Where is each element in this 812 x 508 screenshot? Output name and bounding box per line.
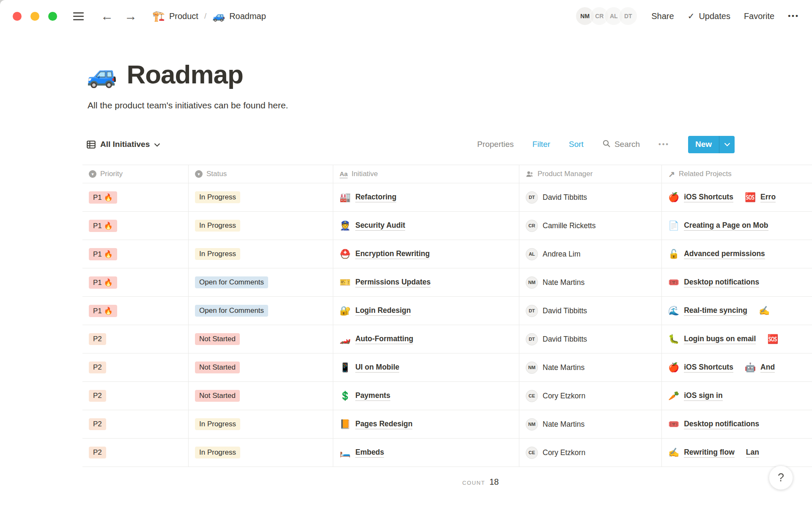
forward-icon[interactable]: → xyxy=(124,10,137,22)
menu-icon[interactable] xyxy=(73,12,84,20)
priority-cell[interactable]: P1 🔥 xyxy=(82,240,188,268)
initiative-cell[interactable]: 🏎️Auto-Formatting xyxy=(333,325,519,353)
initiative-cell[interactable]: 👮Security Audit xyxy=(333,212,519,240)
column-header-status[interactable]: ▾Status xyxy=(188,165,333,183)
initiative-cell[interactable]: 🏭Refactoring xyxy=(333,183,519,211)
priority-cell[interactable]: P2 xyxy=(82,410,188,438)
related-projects-cell[interactable]: 🎟️Desktop notifications xyxy=(661,410,812,438)
related-projects-cell[interactable]: 🔓Advanced permissions xyxy=(661,240,812,268)
page-emoji-icon[interactable]: 🚙 xyxy=(87,62,117,87)
related-projects-cell[interactable]: 🥕iOS sign in xyxy=(661,382,812,410)
column-header-product-manager[interactable]: Product Manager xyxy=(519,165,661,183)
priority-cell[interactable]: P2 xyxy=(82,439,188,467)
initiative-cell[interactable]: 💲Payments xyxy=(333,382,519,410)
initiative-page-link[interactable]: Pages Redesign xyxy=(355,420,412,429)
help-button[interactable]: ? xyxy=(769,466,793,490)
related-projects-cell[interactable]: 🍎iOS Shortcuts🤖And xyxy=(661,353,812,381)
status-cell[interactable]: Open for Comments xyxy=(188,268,333,296)
back-icon[interactable]: ← xyxy=(101,10,113,22)
column-header-priority[interactable]: ▾Priority xyxy=(82,165,188,183)
initiative-page-link[interactable]: Security Audit xyxy=(355,221,405,231)
product-manager-cell[interactable]: CECory Etzkorn xyxy=(519,439,661,467)
related-page-link[interactable]: iOS sign in xyxy=(684,391,722,401)
status-cell[interactable]: Not Started xyxy=(188,353,333,381)
product-manager-cell[interactable]: DTDavid Tibbitts xyxy=(519,325,661,353)
related-projects-cell[interactable]: 🐛Login bugs on email🆘 xyxy=(661,325,812,353)
related-page-link[interactable]: Real-time syncing xyxy=(684,306,747,316)
product-manager-cell[interactable]: NMNate Martins xyxy=(519,268,661,296)
related-projects-cell[interactable]: ✍️Rewriting flowLan xyxy=(661,439,812,467)
status-cell[interactable]: Not Started xyxy=(188,325,333,353)
initiative-cell[interactable]: ⛑️Encryption Rewriting xyxy=(333,240,519,268)
new-button-label[interactable]: New xyxy=(688,136,719,153)
search-button[interactable]: Search xyxy=(602,139,640,150)
related-page-link[interactable]: And xyxy=(760,363,775,373)
initiative-cell[interactable]: 🛏️Embeds xyxy=(333,439,519,467)
zoom-window-button[interactable] xyxy=(48,12,57,21)
related-page-link[interactable]: Rewriting flow xyxy=(684,448,735,458)
product-manager-cell[interactable]: DTDavid Tibbitts xyxy=(519,297,661,325)
initiative-cell[interactable]: 📱UI on Mobile xyxy=(333,353,519,381)
status-cell[interactable]: Open for Comments xyxy=(188,297,333,325)
priority-cell[interactable]: P1 🔥 xyxy=(82,183,188,211)
related-page-link[interactable]: Advanced permissions xyxy=(684,249,765,259)
column-header-related-projects[interactable]: ↗Related Projects xyxy=(661,165,812,183)
breadcrumb-item-roadmap[interactable]: 🚙 Roadmap xyxy=(212,10,266,22)
close-window-button[interactable] xyxy=(13,12,22,21)
new-dropdown-chevron-icon[interactable] xyxy=(719,136,735,153)
initiative-page-link[interactable]: UI on Mobile xyxy=(355,363,399,373)
status-cell[interactable]: In Progress xyxy=(188,240,333,268)
minimize-window-button[interactable] xyxy=(30,12,39,21)
initiative-cell[interactable]: 🎫Permissions Updates xyxy=(333,268,519,296)
related-page-link[interactable]: Login bugs on email xyxy=(684,334,756,344)
product-manager-cell[interactable]: CECory Etzkorn xyxy=(519,382,661,410)
product-manager-cell[interactable]: NMNate Martins xyxy=(519,410,661,438)
product-manager-cell[interactable]: CRCamille Ricketts xyxy=(519,212,661,240)
status-cell[interactable]: In Progress xyxy=(188,183,333,211)
related-projects-cell[interactable]: 🌊Real-time syncing✍️ xyxy=(661,297,812,325)
priority-cell[interactable]: P1 🔥 xyxy=(82,268,188,296)
product-manager-cell[interactable]: NMNate Martins xyxy=(519,353,661,381)
sort-button[interactable]: Sort xyxy=(569,140,584,149)
initiative-cell[interactable]: 🔐Login Redesign xyxy=(333,297,519,325)
column-header-initiative[interactable]: AaInitiative xyxy=(333,165,519,183)
related-projects-cell[interactable]: 🎟️Desktop notifications xyxy=(661,268,812,296)
view-switcher[interactable]: All Initiatives xyxy=(87,140,160,149)
new-button[interactable]: New xyxy=(688,136,735,153)
initiative-page-link[interactable]: Encryption Rewriting xyxy=(355,249,430,259)
priority-cell[interactable]: P1 🔥 xyxy=(82,297,188,325)
product-manager-cell[interactable]: ALAndrea Lim xyxy=(519,240,661,268)
initiative-page-link[interactable]: Refactoring xyxy=(355,193,396,202)
related-page-link[interactable]: Creating a Page on Mob xyxy=(684,221,768,231)
related-page-link[interactable]: Erro xyxy=(760,193,776,202)
share-button[interactable]: Share xyxy=(651,11,674,21)
related-page-link[interactable]: Desktop notifications xyxy=(684,420,759,429)
more-icon[interactable]: ••• xyxy=(788,12,799,20)
updates-button[interactable]: ✓ Updates xyxy=(688,11,730,21)
initiative-page-link[interactable]: Permissions Updates xyxy=(355,278,431,287)
filter-button[interactable]: Filter xyxy=(532,140,550,149)
related-projects-cell[interactable]: 📄Creating a Page on Mob xyxy=(661,212,812,240)
related-page-link[interactable]: iOS Shortcuts xyxy=(684,363,733,373)
initiative-page-link[interactable]: Login Redesign xyxy=(355,306,411,316)
breadcrumb-item-product[interactable]: 🏗️ Product xyxy=(152,10,198,22)
priority-cell[interactable]: P2 xyxy=(82,353,188,381)
related-projects-cell[interactable]: 🍎iOS Shortcuts🆘Erro xyxy=(661,183,812,211)
status-cell[interactable]: In Progress xyxy=(188,212,333,240)
product-manager-cell[interactable]: DTDavid Tibbitts xyxy=(519,183,661,211)
initiative-page-link[interactable]: Payments xyxy=(355,391,390,401)
related-page-link[interactable]: Desktop notifications xyxy=(684,278,759,287)
status-cell[interactable]: In Progress xyxy=(188,439,333,467)
initiative-page-link[interactable]: Auto-Formatting xyxy=(355,334,413,344)
related-page-link[interactable]: iOS Shortcuts xyxy=(684,193,733,202)
priority-cell[interactable]: P1 🔥 xyxy=(82,212,188,240)
priority-cell[interactable]: P2 xyxy=(82,325,188,353)
initiative-cell[interactable]: 📙Pages Redesign xyxy=(333,410,519,438)
page-description[interactable]: All the product team's initiatives can b… xyxy=(88,100,812,110)
priority-cell[interactable]: P2 xyxy=(82,382,188,410)
page-title[interactable]: Roadmap xyxy=(126,59,243,89)
related-page-link[interactable]: Lan xyxy=(746,448,759,458)
avatar[interactable]: DT xyxy=(618,6,638,26)
properties-button[interactable]: Properties xyxy=(477,140,514,149)
favorite-button[interactable]: Favorite xyxy=(744,11,774,21)
